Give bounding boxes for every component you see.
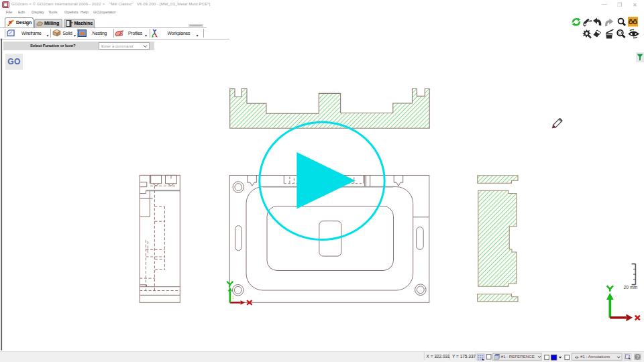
svg-text:#1 : REFERENCE: #1 : REFERENCE	[501, 354, 535, 359]
svg-text:1: 1	[232, 295, 235, 300]
svg-text:Y = 175.337: Y = 175.337	[452, 354, 476, 359]
svg-text:#1 : Annotations: #1 : Annotations	[580, 354, 610, 359]
svg-text:X = 322.031: X = 322.031	[427, 354, 451, 359]
svg-text:?: ?	[636, 354, 639, 360]
svg-text:20 mm: 20 mm	[624, 285, 638, 290]
